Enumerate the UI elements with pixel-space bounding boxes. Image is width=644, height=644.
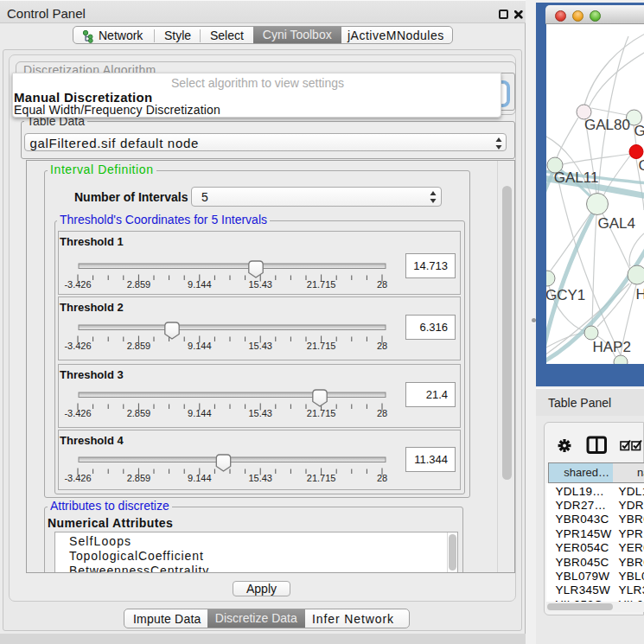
svg-text:9.144: 9.144 <box>188 278 212 289</box>
svg-text:H: H <box>636 286 644 303</box>
svg-text:-3.426: -3.426 <box>64 340 91 350</box>
svg-text:21.715: 21.715 <box>307 278 336 289</box>
svg-text:GCY1: GCY1 <box>546 287 585 303</box>
svg-text:-3.426: -3.426 <box>64 278 91 289</box>
svg-text:21.715: 21.715 <box>307 473 336 483</box>
svg-text:21.715: 21.715 <box>307 407 336 418</box>
svg-text:2.859: 2.859 <box>127 340 151 350</box>
svg-text:G: G <box>639 157 644 174</box>
svg-text:-3.426: -3.426 <box>64 473 91 483</box>
svg-text:-3.426: -3.426 <box>64 407 91 418</box>
svg-text:28: 28 <box>377 278 387 289</box>
svg-text:2.859: 2.859 <box>127 407 151 418</box>
svg-text:2.859: 2.859 <box>127 278 151 289</box>
svg-text:15.43: 15.43 <box>248 340 272 350</box>
svg-text:9.144: 9.144 <box>188 407 212 418</box>
svg-text:GAL11: GAL11 <box>554 169 599 186</box>
svg-text:21.715: 21.715 <box>307 340 336 350</box>
svg-text:GA: GA <box>634 123 644 139</box>
svg-text:GAL4: GAL4 <box>598 215 635 232</box>
svg-text:28: 28 <box>377 407 387 418</box>
svg-text:9.144: 9.144 <box>188 340 212 350</box>
svg-text:15.43: 15.43 <box>248 278 272 289</box>
svg-text:2.859: 2.859 <box>127 473 151 483</box>
svg-text:15.43: 15.43 <box>248 473 272 483</box>
svg-text:28: 28 <box>377 340 387 350</box>
svg-text:9.144: 9.144 <box>188 473 212 483</box>
svg-text:GAL80: GAL80 <box>584 117 630 133</box>
svg-text:HAP2: HAP2 <box>593 339 631 355</box>
svg-text:15.43: 15.43 <box>248 407 272 418</box>
svg-text:28: 28 <box>377 473 387 483</box>
